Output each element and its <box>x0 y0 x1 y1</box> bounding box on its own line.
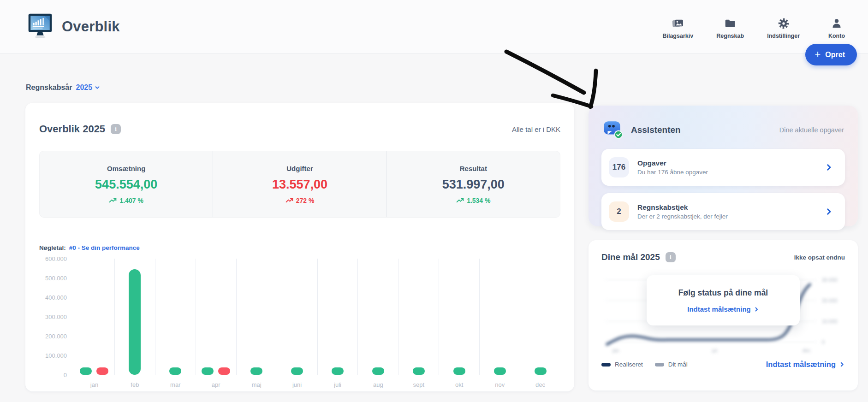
legend-dit-maal: Dit mål <box>655 361 688 368</box>
x-axis-label: juli <box>318 381 358 388</box>
chart-bar-omsætning <box>494 367 506 375</box>
chart-month-column: nov <box>480 259 520 375</box>
create-button[interactable]: + Opret <box>805 44 857 65</box>
goals-placeholder-chart: 30.000 20.000 10.000 0 jan jul dec Følg … <box>601 272 845 354</box>
chart-bar-omsætning <box>291 367 303 375</box>
fiscal-year-select[interactable]: 2025 <box>76 83 101 92</box>
chart-month-column: mar <box>155 259 196 375</box>
svg-text:0: 0 <box>822 339 825 345</box>
svg-text:dec: dec <box>803 348 811 353</box>
goals-overlay-link[interactable]: Indtast målsætning <box>687 305 759 313</box>
count-badge: 176 <box>609 157 629 177</box>
chart-month-column: aug <box>358 259 398 375</box>
y-axis-tick: 500.000 <box>45 275 67 282</box>
chart-month-column: maj <box>237 259 277 375</box>
legend-realiseret: Realiseret <box>601 361 643 368</box>
goals-card: Dine mål 2025 i Ikke opsat endnu 30.000 … <box>589 240 858 390</box>
svg-text:30.000: 30.000 <box>822 277 838 283</box>
chart-bar-udgifter <box>218 367 230 375</box>
stat-value: 531.997,00 <box>442 177 505 192</box>
assistant-card-title: Assistenten <box>631 125 681 135</box>
chart-month-column: juli <box>318 259 358 375</box>
documents-archive-icon <box>672 18 684 30</box>
chevron-right-icon <box>754 307 759 312</box>
chart-bar-omsætning <box>80 367 92 375</box>
legend-swatch <box>601 363 611 367</box>
chart-bar-udgifter <box>96 367 108 375</box>
y-axis-tick: 0 <box>64 372 67 378</box>
stat-udgifter: Udgifter 13.557,00 272 % <box>213 151 386 217</box>
performance-link[interactable]: #0 - Se din performance <box>69 244 140 251</box>
chart-month-column: jan <box>74 259 115 375</box>
svg-text:jul: jul <box>712 348 717 353</box>
monthly-bar-chart: 600.000500.000400.000300.000200.000100.0… <box>39 259 560 375</box>
x-axis-label: juni <box>277 381 317 388</box>
chart-month-column: juni <box>277 259 318 375</box>
chart-month-column: apr <box>196 259 237 375</box>
stat-trend: 1.534 % <box>456 197 490 204</box>
y-axis-tick: 200.000 <box>45 333 67 340</box>
chart-bar-omsætning <box>332 367 344 375</box>
info-icon[interactable]: i <box>111 124 121 134</box>
goals-footer-link[interactable]: Indtast målsætning <box>766 360 845 369</box>
chart-bar-omsætning <box>413 367 425 375</box>
overblik-dashboard: Overblik Bilagsarkiv <box>0 0 868 402</box>
chart-bar-omsætning <box>169 367 181 375</box>
chevron-right-icon <box>825 163 833 171</box>
assistant-item-opgaver[interactable]: 176 Opgaver Du har 176 åbne opgaver <box>601 149 845 186</box>
key-figures-label: Nøgletal: <box>39 244 66 251</box>
chart-month-column: okt <box>439 259 480 375</box>
stat-trend: 1.407 % <box>109 197 143 204</box>
nav-item-konto[interactable]: Konto <box>822 18 851 39</box>
nav-item-regnskab[interactable]: Regnskab <box>715 18 745 39</box>
user-icon <box>831 18 842 30</box>
trending-up-icon <box>109 197 117 204</box>
trending-up-icon <box>456 197 464 204</box>
x-axis-label: maj <box>237 381 277 388</box>
assistant-card: Assistenten Dine aktuelle opgaver 176 Op… <box>589 106 858 226</box>
trending-up-icon <box>285 197 293 204</box>
goals-status: Ikke opsat endnu <box>794 254 845 261</box>
goals-card-title: Dine mål 2025 <box>601 252 660 262</box>
x-axis-label: nov <box>480 381 520 388</box>
stat-value: 13.557,00 <box>272 177 327 192</box>
x-axis-label: feb <box>115 381 155 388</box>
nav-item-indstillinger[interactable]: Indstillinger <box>767 18 800 39</box>
chart-bar-omsætning <box>202 367 214 375</box>
legend-swatch <box>655 363 664 367</box>
brand[interactable]: Overblik <box>27 13 120 41</box>
assistant-chat-bot-icon <box>602 118 624 142</box>
stat-resultat: Resultat 531.997,00 1.534 % <box>386 151 560 217</box>
chart-bar-omsætning <box>535 367 547 375</box>
x-axis-label: sept <box>398 381 439 388</box>
top-header: Overblik Bilagsarkiv <box>0 0 868 54</box>
fiscal-year-row: Regnskabsår 2025 <box>0 54 868 92</box>
goals-overlay: Følg status på dine mål Indtast målsætni… <box>647 275 800 325</box>
assistant-card-subtitle: Dine aktuelle opgaver <box>779 126 844 134</box>
fiscal-year-label: Regnskabsår <box>26 83 72 92</box>
nav-item-bilagsarkiv[interactable]: Bilagsarkiv <box>662 18 693 39</box>
y-axis-tick: 600.000 <box>45 255 67 262</box>
chart-month-column: dec <box>520 259 560 375</box>
info-icon[interactable]: i <box>666 252 676 262</box>
overview-card: Overblik 2025 i Alle tal er i DKK Omsætn… <box>25 103 574 391</box>
folder-icon <box>724 18 736 30</box>
assistant-item-regnskabstjek[interactable]: 2 Regnskabstjek Der er 2 regnskabstjek, … <box>601 193 845 230</box>
top-navigation: Bilagsarkiv Regnskab Ind <box>662 15 851 39</box>
chevron-down-icon <box>94 84 101 91</box>
chart-bar-omsætning <box>129 269 141 375</box>
svg-text:10.000: 10.000 <box>822 319 838 324</box>
chevron-right-icon <box>825 207 833 216</box>
chart-month-column: feb <box>115 259 155 375</box>
gear-icon <box>778 18 790 30</box>
stat-omsaetning: Omsætning 545.554,00 1.407 % <box>40 151 213 217</box>
chart-bar-omsætning <box>453 367 465 375</box>
chart-bar-omsætning <box>372 367 384 375</box>
stats-summary: Omsætning 545.554,00 1.407 % Udgifter 13… <box>39 151 560 218</box>
chart-plot-area: janfebmaraprmajjunijuliaugseptoktnovdec <box>74 259 560 375</box>
overview-card-title: Overblik 2025 <box>39 123 105 135</box>
y-axis-tick: 300.000 <box>45 313 67 320</box>
chevron-right-icon <box>839 361 845 367</box>
x-axis-label: aug <box>358 381 398 388</box>
page-title: Overblik <box>62 18 120 35</box>
